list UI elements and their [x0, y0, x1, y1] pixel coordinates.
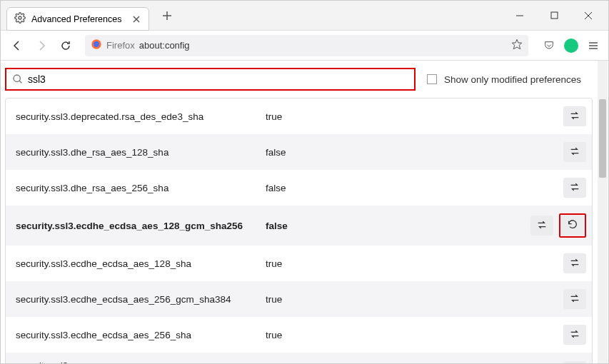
pref-value: false — [266, 221, 530, 231]
toggle-arrows-icon — [569, 257, 580, 271]
pref-value: true — [266, 258, 563, 269]
pref-value: true — [266, 111, 563, 122]
pref-value: true — [266, 330, 563, 340]
back-button[interactable] — [6, 35, 28, 56]
pref-name: security.ssl3.ecdhe_ecdsa_aes_128_gcm_sh… — [16, 221, 266, 231]
bookmark-icon[interactable] — [511, 39, 523, 52]
svg-point-15 — [14, 75, 20, 81]
toggle-button[interactable] — [563, 253, 586, 273]
toggle-button[interactable] — [563, 142, 586, 162]
pref-row: security.ssl3.ecdhe_ecdsa_aes_128_gcm_sh… — [6, 206, 592, 246]
pref-actions — [563, 253, 586, 273]
extension-icon[interactable] — [564, 39, 578, 53]
svg-rect-6 — [551, 12, 558, 19]
forward-button[interactable] — [31, 35, 52, 56]
toggle-button[interactable] — [563, 178, 586, 198]
reset-icon — [567, 219, 578, 233]
pref-value: false — [266, 183, 563, 193]
pref-actions — [530, 213, 586, 238]
nav-toolbar: Firefox about:config — [1, 31, 608, 61]
pref-value: true — [266, 294, 563, 305]
pref-actions — [563, 178, 586, 198]
toggle-button[interactable] — [563, 289, 586, 309]
toggle-arrows-icon — [569, 146, 580, 159]
scrollbar-thumb[interactable] — [599, 99, 606, 178]
pref-name: security.ssl3.ecdhe_ecdsa_aes_128_sha — [16, 258, 266, 269]
pref-name: security.ssl3.dhe_rsa_aes_128_sha — [16, 147, 266, 158]
svg-marker-11 — [512, 39, 521, 49]
maximize-button[interactable] — [544, 6, 564, 26]
reset-button[interactable] — [561, 216, 584, 236]
scrollbar-track[interactable] — [598, 61, 608, 363]
toggle-button[interactable] — [563, 325, 586, 345]
tab-title: Advanced Preferences — [31, 14, 131, 24]
svg-point-10 — [94, 41, 99, 47]
search-icon — [12, 74, 24, 85]
pref-actions — [563, 361, 586, 363]
toggle-button[interactable] — [563, 361, 586, 363]
minimize-button[interactable] — [510, 6, 530, 26]
pref-search-box[interactable] — [5, 68, 416, 91]
pref-name: security.ssl3.dhe_rsa_aes_256_sha — [16, 183, 266, 193]
toggle-arrows-icon — [536, 219, 548, 233]
firefox-icon — [91, 39, 106, 52]
show-only-modified-checkbox[interactable] — [427, 74, 437, 84]
gear-icon — [14, 12, 31, 26]
address-bar[interactable]: Firefox about:config — [85, 35, 528, 56]
pref-row: security.ssl3.dhe_rsa_aes_256_shafalse — [6, 170, 592, 206]
pref-name: security.ssl3.ecdhe_ecdsa_aes_256_gcm_sh… — [16, 294, 266, 305]
new-tab-button[interactable] — [156, 5, 178, 26]
pref-name: security.ssl3.deprecated.rsa_des_ede3_sh… — [16, 111, 266, 122]
titlebar: Advanced Preferences — [1, 1, 608, 31]
urlbar-address: about:config — [139, 40, 511, 51]
pref-row: security.ssl3.ecdhe_ecdsa_chacha20_poly1… — [6, 353, 592, 363]
pref-actions — [563, 106, 586, 126]
pref-row: security.ssl3.ecdhe_ecdsa_aes_256_shatru… — [6, 317, 592, 353]
pref-name: security.ssl3.ecdhe_ecdsa_aes_256_sha — [16, 330, 266, 340]
toggle-button[interactable] — [563, 106, 586, 126]
preferences-list: security.ssl3.deprecated.rsa_des_ede3_sh… — [5, 98, 593, 363]
pref-actions — [563, 289, 586, 309]
pref-actions — [563, 142, 586, 162]
hamburger-menu-icon[interactable] — [584, 36, 603, 55]
pref-value: false — [266, 147, 563, 158]
pref-row: security.ssl3.ecdhe_ecdsa_aes_256_gcm_sh… — [6, 281, 592, 317]
pocket-icon[interactable] — [540, 36, 558, 55]
pref-row: security.ssl3.deprecated.rsa_des_ede3_sh… — [6, 98, 592, 134]
toggle-arrows-icon — [569, 293, 580, 306]
close-icon[interactable] — [131, 14, 141, 24]
pref-row: security.ssl3.dhe_rsa_aes_128_shafalse — [6, 134, 592, 170]
svg-point-0 — [19, 16, 21, 19]
pref-row: security.ssl3.ecdhe_ecdsa_aes_128_shatru… — [6, 246, 592, 281]
page-content: Show only modified preferences security.… — [1, 61, 608, 363]
browser-tab[interactable]: Advanced Preferences — [6, 7, 149, 31]
urlbar-prefix: Firefox — [106, 40, 135, 51]
show-only-modified-label: Show only modified preferences — [444, 74, 581, 85]
svg-line-16 — [19, 81, 21, 83]
reload-button[interactable] — [55, 35, 76, 56]
window-controls — [510, 6, 608, 26]
toggle-button[interactable] — [530, 216, 553, 236]
pref-search-input[interactable] — [28, 74, 408, 85]
toggle-arrows-icon — [569, 328, 580, 342]
pref-name: security.ssl3.ecdhe_ecdsa_chacha20_poly1… — [16, 360, 266, 363]
toggle-arrows-icon — [569, 110, 580, 123]
pref-actions — [563, 325, 586, 345]
toggle-arrows-icon — [569, 181, 580, 195]
close-window-button[interactable] — [578, 6, 598, 26]
